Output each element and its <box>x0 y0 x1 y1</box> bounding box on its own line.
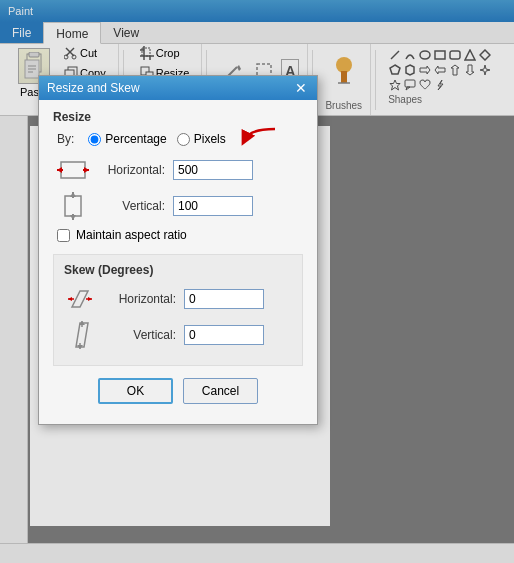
skew-horizontal-icon <box>64 285 104 313</box>
svg-marker-55 <box>70 215 76 220</box>
resize-horizontal-icon <box>53 156 93 184</box>
red-arrow <box>230 124 280 154</box>
svg-rect-46 <box>61 162 85 178</box>
skew-vertical-row: Vertical: <box>64 321 292 349</box>
pixels-radio[interactable] <box>177 133 190 146</box>
svg-marker-56 <box>72 291 88 307</box>
maintain-aspect-checkbox[interactable] <box>57 229 70 242</box>
resize-horizontal-row: Horizontal: <box>53 156 303 184</box>
svg-marker-53 <box>70 192 76 197</box>
dialog-footer: OK Cancel <box>53 378 303 410</box>
maintain-aspect-label: Maintain aspect ratio <box>76 228 187 242</box>
svg-rect-51 <box>65 196 81 216</box>
resize-horizontal-input[interactable] <box>173 160 253 180</box>
app-window: Paint File Home View <box>0 0 514 563</box>
svg-marker-60 <box>88 297 92 301</box>
svg-marker-48 <box>57 167 62 173</box>
ok-button[interactable]: OK <box>98 378 173 404</box>
dialog-body: Resize By: Percentage Pixels <box>39 100 317 424</box>
skew-vertical-label: Vertical: <box>104 328 184 342</box>
svg-marker-58 <box>68 297 72 301</box>
skew-horizontal-label: Horizontal: <box>104 292 184 306</box>
dialog-close-button[interactable]: ✕ <box>293 81 309 95</box>
dialog-titlebar: Resize and Skew ✕ <box>39 76 317 100</box>
cancel-button[interactable]: Cancel <box>183 378 258 404</box>
dialog-title: Resize and Skew <box>47 81 140 95</box>
resize-section-label: Resize <box>53 110 303 124</box>
skew-vertical-icon <box>64 321 104 349</box>
maintain-aspect-row: Maintain aspect ratio <box>53 228 303 242</box>
resize-horizontal-label: Horizontal: <box>93 163 173 177</box>
skew-vertical-input[interactable] <box>184 325 264 345</box>
pixels-label: Pixels <box>194 132 226 146</box>
resize-vertical-icon <box>53 192 93 220</box>
pixels-radio-label[interactable]: Pixels <box>177 132 226 146</box>
skew-section: Skew (Degrees) <box>53 254 303 366</box>
resize-skew-dialog: Resize and Skew ✕ Resize By: Percentage <box>38 75 318 425</box>
percentage-radio-label[interactable]: Percentage <box>88 132 166 146</box>
percentage-label: Percentage <box>105 132 166 146</box>
modal-overlay: Resize and Skew ✕ Resize By: Percentage <box>0 0 514 563</box>
svg-marker-50 <box>84 167 89 173</box>
percentage-radio[interactable] <box>88 133 101 146</box>
resize-vertical-row: Vertical: <box>53 192 303 220</box>
skew-section-label: Skew (Degrees) <box>64 263 292 277</box>
skew-horizontal-row: Horizontal: <box>64 285 292 313</box>
by-label: By: <box>57 132 74 146</box>
resize-vertical-input[interactable] <box>173 196 253 216</box>
by-row: By: Percentage Pixels <box>53 132 303 146</box>
skew-horizontal-input[interactable] <box>184 289 264 309</box>
resize-vertical-label: Vertical: <box>93 199 173 213</box>
